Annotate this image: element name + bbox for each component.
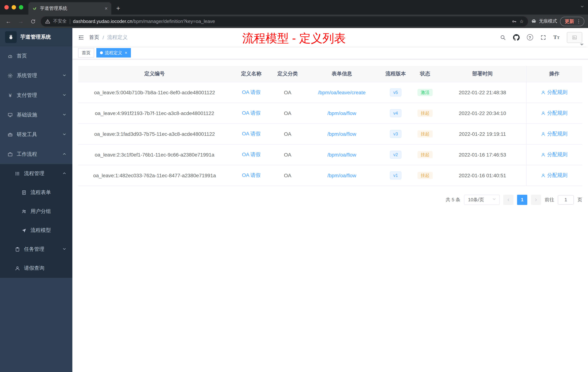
sidebar-item-user-group[interactable]: 用户分组 <box>0 202 72 221</box>
tab-search-chevron-icon[interactable] <box>580 4 584 10</box>
main-area: 首页 / 流程定义 ? TT <box>72 28 588 372</box>
sidebar-item-payment[interactable]: ¥ 支付管理 <box>0 86 72 105</box>
sidebar-item-label: 请假查询 <box>24 265 44 272</box>
screen: 芋道管理系统 × + ← → 不安全 dashboard.yudao.iocod… <box>0 0 588 372</box>
assign-rule-link[interactable]: 分配规则 <box>541 131 568 137</box>
close-window-button[interactable] <box>4 5 9 10</box>
tag-label: 首页 <box>82 50 91 56</box>
sidebar-logo[interactable]: 芋道管理系统 <box>0 28 72 46</box>
assign-rule-link[interactable]: 分配规则 <box>541 151 568 158</box>
password-key-icon[interactable] <box>512 19 517 24</box>
assign-rule-label: 分配规则 <box>547 151 568 158</box>
sidebar-item-process-form[interactable]: 流程表单 <box>0 183 72 202</box>
help-icon[interactable]: ? <box>527 34 533 40</box>
url-host: dashboard.yudao.iocoder.cn <box>73 19 132 24</box>
sidebar-item-home[interactable]: 首页 <box>0 46 72 66</box>
form-info-link[interactable]: /bpm/oa/flow <box>327 152 356 157</box>
app-navbar: 首页 / 流程定义 ? TT <box>72 28 588 47</box>
github-icon[interactable] <box>513 34 519 41</box>
definition-id: oa_leave:1:482ec033-762a-11ec-8477-a2380… <box>93 172 216 178</box>
search-icon[interactable] <box>500 34 506 40</box>
tag-process-definition[interactable]: 流程定义 × <box>96 48 131 57</box>
form-info-link[interactable]: /bpm/oa/flow <box>327 110 356 116</box>
sidebar-item-system[interactable]: 系统管理 <box>0 66 72 86</box>
sidebar-item-label: 流程表单 <box>31 189 51 196</box>
logo-avatar <box>5 31 17 43</box>
security-label: 不安全 <box>53 18 67 24</box>
page-unit-label: 页 <box>578 196 582 203</box>
form-info-link[interactable]: /bpm/oa/leave/create <box>318 89 366 95</box>
column-header: 部署时间 <box>439 66 526 82</box>
browser-tab[interactable]: 芋道管理系统 × <box>28 2 111 15</box>
sidebar-item-label: 首页 <box>17 53 27 59</box>
definition-name-link[interactable]: OA 请假 <box>242 110 261 116</box>
sidebar-toggle-icon[interactable] <box>78 34 84 40</box>
minimize-window-button[interactable] <box>12 5 16 10</box>
sidebar-item-workflow[interactable]: 工作流程 <box>0 144 72 164</box>
url-text[interactable]: dashboard.yudao.iocoder.cn/bpm/manager/d… <box>73 19 509 24</box>
next-page-button[interactable] <box>531 195 541 205</box>
back-icon[interactable]: ← <box>4 17 13 26</box>
omnibox-divider <box>70 19 70 24</box>
sidebar-item-dev-tools[interactable]: 研发工具 <box>0 125 72 144</box>
monitor-icon <box>7 112 13 118</box>
version-badge: v3 <box>390 130 401 138</box>
clipboard-icon <box>15 247 20 252</box>
sidebar-item-task-management[interactable]: 任务管理 <box>0 240 72 259</box>
version-badge: v5 <box>390 88 401 96</box>
reload-icon[interactable] <box>28 17 38 26</box>
table-header-row: 定义编号 定义名称 定义分类 表单信息 流程版本 状态 部署时间 操作 <box>78 66 582 82</box>
form-info-link[interactable]: /bpm/oa/flow <box>327 131 356 137</box>
status-badge: 激活 <box>418 89 433 96</box>
update-chip[interactable]: 更新 ⋮ <box>560 17 584 26</box>
definition-name-link[interactable]: OA 请假 <box>242 172 261 178</box>
sidebar-item-process-model[interactable]: 流程模型 <box>0 221 72 240</box>
sidebar-item-leave-query[interactable]: 请假查询 <box>0 259 72 278</box>
font-size-icon[interactable]: TT <box>553 34 560 40</box>
person-icon <box>541 111 546 115</box>
sidebar-item-process-management[interactable]: 流程管理 <box>0 164 72 183</box>
page-size-select[interactable]: 10条/页 <box>464 195 500 205</box>
page-number-button[interactable]: 1 <box>517 195 527 205</box>
definition-name-link[interactable]: OA 请假 <box>242 131 261 136</box>
tag-close-icon[interactable]: × <box>125 50 127 55</box>
column-header: 流程版本 <box>380 66 411 82</box>
definition-category: OA <box>284 110 291 116</box>
definition-id-cell: oa_leave:4:991f2193-7b7f-11ec-a3c8-acde4… <box>78 103 231 123</box>
assign-rule-link[interactable]: 分配规则 <box>541 172 568 178</box>
breadcrumb-home[interactable]: 首页 <box>89 34 99 41</box>
fullscreen-icon[interactable] <box>540 34 546 40</box>
table-row: oa_leave:3:1fad3d93-7b75-11ec-a3c8-acde4… <box>78 123 582 144</box>
new-tab-button[interactable]: + <box>113 3 124 14</box>
tag-home[interactable]: 首页 <box>78 48 94 57</box>
forward-icon[interactable]: → <box>16 17 25 26</box>
zoom-window-button[interactable] <box>19 5 23 10</box>
definition-name-link[interactable]: OA 请假 <box>242 89 261 95</box>
goto-page-input[interactable] <box>558 195 574 204</box>
sidebar-item-infrastructure[interactable]: 基础设施 <box>0 105 72 125</box>
sidebar: 芋道管理系统 首页 系统管理 ¥ 支付管理 基础设施 <box>0 28 72 372</box>
tab-close-icon[interactable]: × <box>105 5 108 11</box>
person-icon <box>541 131 546 136</box>
definition-name-link[interactable]: OA 请假 <box>242 151 261 157</box>
definition-id-cell: oa_leave:2:3c1f0ef1-76b1-11ec-9c66-a2380… <box>78 144 231 165</box>
active-tag-dot <box>100 51 103 54</box>
not-secure-warning-icon[interactable] <box>45 19 50 24</box>
assign-rule-link[interactable]: 分配规则 <box>541 110 568 116</box>
prev-page-button[interactable] <box>503 195 514 205</box>
assign-rule-link[interactable]: 分配规则 <box>541 89 568 96</box>
omnibox[interactable]: 不安全 dashboard.yudao.iocoder.cn/bpm/manag… <box>41 16 528 26</box>
deploy-time: 2022-01-22 20:34:10 <box>459 110 506 116</box>
sidebar-item-label: 支付管理 <box>17 92 37 99</box>
bookmark-star-icon[interactable]: ☆ <box>520 19 524 24</box>
avatar[interactable] <box>567 32 582 43</box>
briefcase-icon <box>7 152 13 157</box>
column-header: 定义编号 <box>78 66 231 82</box>
chevron-up-icon <box>62 171 67 176</box>
table-row: oa_leave:2:3c1f0ef1-76b1-11ec-9c66-a2380… <box>78 144 582 165</box>
browser-menu-icon[interactable]: ⋮ <box>576 19 581 24</box>
user-avatar-wrap[interactable] <box>567 32 582 43</box>
form-info-link[interactable]: /bpm/oa/flow <box>327 172 356 178</box>
browser-tab-strip: 芋道管理系统 × + <box>0 0 588 15</box>
document-icon <box>21 190 27 195</box>
